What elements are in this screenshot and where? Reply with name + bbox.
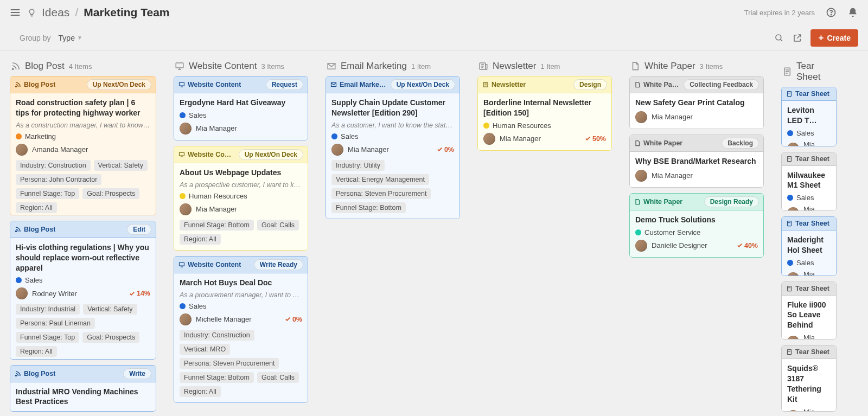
assignee-name: Michelle Manager: [196, 315, 252, 323]
card-type: Email Marketing: [330, 81, 387, 88]
tag[interactable]: Funnel Stage: Bottom: [331, 202, 406, 213]
type-icon: [15, 370, 21, 377]
card-stage-badge: Up Next/On Deck: [391, 79, 455, 90]
card[interactable]: White PaperDesign ReadyDemo Truck Soluti…: [629, 193, 764, 258]
column-scroll[interactable]: White PaperCollecting FeedbackNew Safety…: [629, 76, 768, 258]
card-body: New Safety Gear Print CatalogMia Manager: [630, 93, 763, 129]
progress-value: 0%: [444, 146, 454, 153]
type-icon: [786, 285, 793, 292]
card[interactable]: White PaperCollecting FeedbackNew Safety…: [629, 76, 764, 129]
card-title: March Hot Buys Deal Doc: [180, 278, 302, 288]
tag[interactable]: Industry: Construction: [16, 160, 91, 171]
column-scroll[interactable]: Blog PostUp Next/On DeckRoad constructio…: [10, 76, 161, 412]
tag[interactable]: Region: All: [16, 346, 57, 357]
column-title: Tear Sheet: [796, 61, 835, 82]
card-title: Milwaukee M1 Sheet: [787, 170, 831, 191]
tag[interactable]: Vertical: Safety: [94, 160, 148, 171]
tag[interactable]: Funnel Stage: Top: [16, 332, 79, 343]
type-icon: [786, 349, 793, 355]
group-by-select[interactable]: Type ▼: [59, 34, 82, 42]
card-assignee: Mia Manager: [180, 203, 302, 215]
card-body: About Us Webpage UpdatesAs a prospective…: [174, 163, 308, 250]
tag[interactable]: Funnel Stage: Bottom: [180, 372, 254, 383]
tag[interactable]: Funnel Stage: Top: [16, 188, 79, 199]
column-scroll[interactable]: Email MarketingUp Next/On DeckSupply Cha…: [326, 76, 464, 219]
tag[interactable]: Persona: Steven Procurement: [331, 188, 431, 199]
card-assignee: Michelle Manager0%: [180, 313, 302, 325]
card[interactable]: Tear SheetLeviton LED T…SalesMia Manager: [781, 87, 837, 146]
assignee-name: Mia Manager: [803, 270, 831, 276]
card[interactable]: Email MarketingUp Next/On DeckSupply Cha…: [326, 76, 460, 219]
svg-rect-36: [788, 221, 792, 226]
tag[interactable]: Vertical: MRO: [180, 344, 230, 355]
card[interactable]: Blog PostWriteIndustrial MRO Vending Mac…: [10, 365, 156, 412]
create-label: Create: [827, 34, 851, 42]
card[interactable]: Website ContentWrite ReadyMarch Hot Buys…: [174, 256, 308, 403]
board[interactable]: Blog Post4 ItemsBlog PostUp Next/On Deck…: [0, 51, 868, 416]
tag[interactable]: Vertical: Energy Management: [331, 174, 429, 185]
card-type: White Paper: [634, 139, 682, 147]
tag[interactable]: Goal: Prospects: [82, 188, 139, 199]
svg-rect-18: [180, 263, 184, 266]
tag[interactable]: Region: All: [180, 234, 221, 245]
card-tags: Industry: ConstructionVertical: MROPerso…: [180, 330, 302, 397]
column-blog-post: Blog Post4 ItemsBlog PostUp Next/On Deck…: [10, 59, 161, 412]
card-assignee: Mia Manager: [787, 408, 831, 412]
tag[interactable]: Goal: Prospects: [82, 332, 139, 343]
column-header: Tear Sheet: [781, 59, 841, 87]
column-header: Website Content3 Items: [174, 59, 312, 76]
column-title: Blog Post: [25, 61, 65, 72]
column-header: Blog Post4 Items: [10, 59, 161, 76]
card[interactable]: Blog PostUp Next/On DeckRoad constructio…: [10, 76, 156, 215]
breadcrumb-parent[interactable]: Ideas: [42, 6, 69, 19]
tag[interactable]: Funnel Stage: Bottom: [180, 220, 254, 231]
card[interactable]: Blog PostEditHi-vis clothing regulations…: [10, 221, 156, 360]
help-icon[interactable]: [826, 7, 837, 18]
card-assignee: Mia Manager: [635, 170, 758, 182]
card[interactable]: NewsletterDesignBorderline Internal News…: [477, 76, 612, 151]
rss-icon: [11, 61, 21, 71]
breadcrumb-current[interactable]: Marketing Team: [84, 6, 169, 19]
tag[interactable]: Goal: Calls: [257, 372, 299, 383]
tag[interactable]: Persona: Steven Procurement: [180, 358, 279, 369]
type-icon: [786, 156, 793, 162]
card-type-label: Blog Post: [24, 81, 55, 88]
dept-dot-icon: [180, 193, 186, 199]
card-title: Hi-vis clothing regulations | Why you sh…: [16, 242, 150, 273]
card[interactable]: White PaperBacklogWhy BSE Brand/Market R…: [629, 135, 764, 188]
svg-rect-40: [788, 350, 792, 355]
column-scroll[interactable]: NewsletterDesignBorderline Internal News…: [477, 76, 616, 151]
tag[interactable]: Region: All: [180, 386, 221, 397]
tag[interactable]: Goal: Calls: [257, 220, 299, 231]
card-title: New Safety Gear Print Catalog: [635, 98, 758, 108]
card-body: Borderline Internal Newsletter [Edition …: [478, 93, 611, 150]
card-stage-badge: Backlog: [722, 138, 759, 149]
card-type-label: Website Content: [188, 81, 241, 88]
assignee-name: Mia Manager: [652, 113, 693, 121]
tag[interactable]: Vertical: Safety: [83, 304, 137, 315]
create-button[interactable]: + Create: [810, 29, 858, 47]
column-scroll[interactable]: Website ContentRequestErgodyne Hard Hat …: [174, 76, 312, 403]
card[interactable]: Tear SheetMilwaukee M1 SheetSalesMia Man…: [781, 152, 837, 212]
column-count: 3 Items: [261, 62, 284, 71]
card-type-label: White Paper: [643, 139, 682, 147]
tag[interactable]: Industry: Utility: [331, 160, 385, 171]
card[interactable]: Tear SheetMaderight Hol SheetSalesMia Ma…: [781, 216, 837, 276]
card[interactable]: Website Conte…Up Next/On DeckAbout Us We…: [174, 146, 308, 251]
card[interactable]: Tear SheetFluke ii900 So Leave BehindMia…: [781, 281, 837, 340]
tag[interactable]: Industry: Construction: [180, 330, 254, 341]
tag[interactable]: Persona: John Contractor: [16, 174, 101, 185]
tag[interactable]: Region: All: [16, 202, 57, 213]
tag[interactable]: Industry: Industrial: [16, 304, 80, 315]
search-icon[interactable]: [774, 33, 784, 43]
card-title: Why BSE Brand/Market Research: [635, 156, 758, 167]
share-icon[interactable]: [792, 33, 803, 43]
card[interactable]: Tear SheetSquids® 3187 Tethering KitMia …: [781, 345, 837, 412]
card[interactable]: Website ContentRequestErgodyne Hard Hat …: [174, 76, 308, 140]
menu-icon[interactable]: [10, 7, 21, 18]
card-type-label: Newsletter: [492, 81, 526, 88]
tag[interactable]: Persona: Paul Lineman: [16, 318, 95, 329]
column-scroll[interactable]: Tear SheetLeviton LED T…SalesMia Manager…: [781, 87, 841, 412]
bell-icon[interactable]: [847, 7, 858, 18]
assignee-name: Mia Manager: [348, 145, 389, 153]
